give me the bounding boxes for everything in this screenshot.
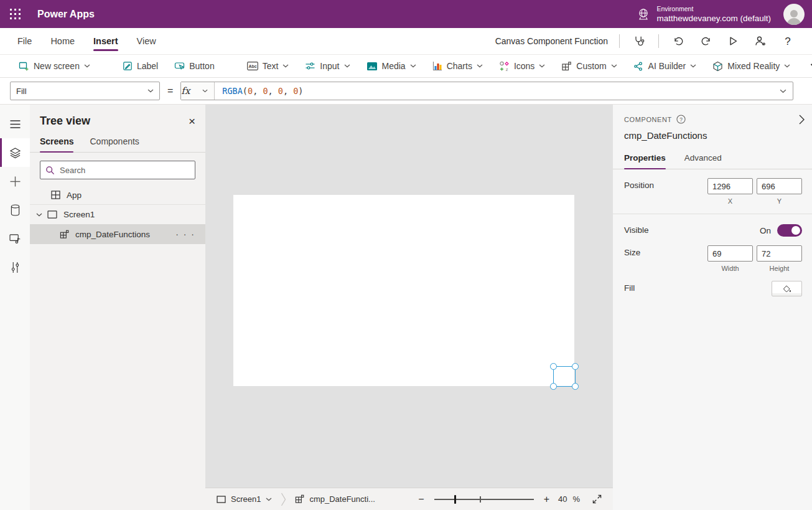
tree-view-icon[interactable] [0, 138, 30, 167]
menu-insert[interactable]: Insert [93, 28, 118, 54]
tab-components[interactable]: Components [90, 136, 139, 152]
search-input[interactable] [60, 166, 190, 175]
screen-icon [217, 496, 226, 503]
custom-menu[interactable]: Custom [561, 61, 617, 72]
close-icon[interactable]: × [189, 115, 195, 127]
size-width-input[interactable] [707, 245, 753, 262]
button-button[interactable]: Button [174, 61, 214, 71]
data-icon[interactable] [0, 196, 30, 224]
tab-properties[interactable]: Properties [624, 153, 666, 169]
zoom-in-button[interactable]: + [543, 494, 551, 505]
tab-advanced[interactable]: Advanced [684, 153, 722, 169]
advanced-tools-icon[interactable] [0, 253, 30, 281]
breadcrumb-separator [281, 493, 286, 506]
menu-file[interactable]: File [17, 28, 32, 54]
menu-home[interactable]: Home [50, 28, 75, 54]
input-menu[interactable]: Input [305, 61, 350, 71]
screen-artboard[interactable] [233, 195, 574, 386]
media-menu[interactable]: Media [366, 61, 416, 71]
text-menu[interactable]: Abc Text [247, 61, 289, 71]
divider [619, 34, 620, 48]
help-icon[interactable]: ? [780, 33, 796, 49]
share-icon[interactable] [752, 33, 768, 49]
user-avatar[interactable] [783, 4, 805, 25]
button-icon [174, 61, 185, 71]
mixed-reality-menu[interactable]: Mixed Reality [712, 61, 790, 72]
tab-screens[interactable]: Screens [40, 136, 73, 152]
zoom-slider-thumb[interactable] [454, 495, 457, 504]
formula-input[interactable]: fx RGBA(0, 0, 0, 0) [180, 82, 793, 100]
position-row: Position X Y [624, 178, 802, 205]
breadcrumb-component[interactable]: cmp_DateFuncti... [295, 494, 375, 504]
chevron-down-icon[interactable] [36, 213, 42, 217]
tree-item-screen1[interactable]: Screen1 [30, 205, 205, 224]
position-y-input[interactable] [757, 178, 802, 194]
zoom-controls: − + 40 % [417, 494, 602, 505]
svg-text:z: z [506, 67, 508, 72]
app-checker-icon[interactable] [631, 33, 647, 49]
new-screen-icon [19, 61, 29, 72]
ai-builder-menu[interactable]: AI Builder [633, 61, 697, 72]
redo-icon[interactable] [698, 33, 714, 49]
item-options-icon[interactable]: · · · [175, 229, 195, 239]
app-header: Power Apps Environment matthewdevaney.co… [0, 0, 812, 28]
fit-to-window-icon[interactable] [592, 494, 602, 504]
expand-panel-chevron-icon[interactable] [799, 115, 805, 125]
help-circle-icon[interactable]: ? [676, 115, 686, 124]
formula-expand-chevron-icon[interactable] [780, 89, 786, 93]
app-launcher-icon[interactable] [0, 0, 30, 28]
visible-toggle[interactable] [777, 224, 802, 237]
resize-handle-bottom-left[interactable] [550, 383, 557, 390]
icons-menu[interactable]: z Icons [499, 61, 545, 72]
new-screen-button[interactable]: New screen [19, 61, 90, 72]
fx-dropdown[interactable]: fx [181, 82, 215, 100]
canvas-area[interactable]: Screen1 cmp_DateFuncti... − [205, 105, 613, 510]
preview-play-icon[interactable] [725, 33, 741, 49]
paint-bucket-icon [783, 285, 791, 293]
selected-component[interactable] [553, 366, 576, 387]
menu-view[interactable]: View [137, 28, 156, 54]
chevron-down-icon [266, 498, 272, 501]
divider [613, 214, 812, 214]
tree-view-panel: Tree view × Screens Components App [30, 105, 205, 510]
properties-panel: COMPONENT ? cmp_DateFunctions Properties… [613, 105, 812, 510]
mixed-reality-icon [712, 61, 723, 72]
fill-color-button[interactable] [772, 281, 802, 296]
formula-text[interactable]: RGBA(0, 0, 0, 0) [222, 86, 303, 96]
resize-handle-top-right[interactable] [572, 363, 579, 370]
canvas-bottom-bar: Screen1 cmp_DateFuncti... − [205, 488, 613, 510]
environment-picker[interactable]: Environment matthewdevaney.com (default) [637, 5, 771, 24]
environment-globe-icon [637, 7, 650, 21]
size-height-input[interactable] [757, 245, 802, 262]
zoom-slider[interactable] [434, 494, 534, 504]
insert-icon[interactable] [0, 167, 30, 196]
power-apps-studio: Power Apps Environment matthewdevaney.co… [0, 0, 812, 510]
height-label: Height [770, 265, 790, 272]
property-selector[interactable]: Fill [10, 82, 160, 100]
position-x-input[interactable] [707, 178, 753, 194]
zoom-percent-unit: % [572, 494, 580, 504]
insert-toolbar: New screen Label Button Abc Text Input M… [0, 55, 812, 78]
media-icon [366, 62, 378, 71]
formula-bar: Fill = fx RGBA(0, 0, 0, 0) [0, 78, 812, 105]
app-title: Power Apps [37, 9, 95, 20]
label-button[interactable]: Label [123, 61, 158, 71]
zoom-out-button[interactable]: − [417, 494, 425, 505]
divider [658, 34, 659, 48]
search-box[interactable] [40, 161, 195, 179]
tree-item-cmp-datefunctions[interactable]: cmp_DateFunctions · · · [30, 224, 205, 244]
fill-row: Fill [624, 281, 802, 296]
resize-handle-bottom-right[interactable] [572, 383, 579, 390]
resize-handle-top-left[interactable] [550, 363, 557, 370]
tree-view-title: Tree view [40, 115, 90, 128]
visible-state-label: On [760, 226, 771, 235]
undo-icon[interactable] [670, 33, 686, 49]
collapse-menu-icon[interactable] [0, 110, 30, 138]
charts-menu[interactable]: Charts [432, 61, 483, 71]
visible-label: Visible [624, 223, 649, 235]
screen-selector[interactable]: Screen1 [217, 494, 272, 504]
tree-item-app[interactable]: App [30, 186, 205, 205]
media-panel-icon[interactable] [0, 224, 30, 253]
tree-view-tabs: Screens Components [30, 130, 205, 153]
left-rail [0, 105, 30, 510]
